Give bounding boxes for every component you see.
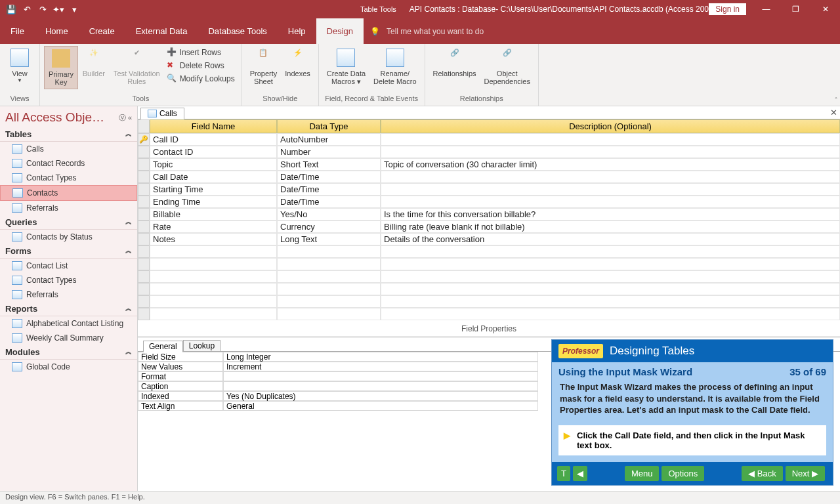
- nav-item[interactable]: Contacts: [0, 185, 137, 201]
- row-selector[interactable]: [138, 258, 150, 270]
- relationships-button[interactable]: 🔗Relationships: [429, 46, 480, 88]
- prop-tab-lookup[interactable]: Lookup: [183, 340, 220, 352]
- nav-section-queries[interactable]: Queries︽: [0, 215, 137, 230]
- description-cell[interactable]: Topic of conversation (30 character limi…: [381, 158, 840, 171]
- tutorial-toc-button[interactable]: T: [557, 466, 570, 481]
- tab-calls[interactable]: Calls: [140, 108, 184, 119]
- tutorial-menu-button[interactable]: Menu: [625, 466, 660, 481]
- row-selector[interactable]: [138, 220, 150, 233]
- description-cell[interactable]: [381, 283, 840, 295]
- tutorial-back-button[interactable]: ◀ Back: [742, 466, 783, 481]
- data-type-cell[interactable]: Date/Time: [277, 171, 381, 183]
- test-validation-button[interactable]: ✔Test Validation Rules: [110, 46, 164, 89]
- field-name-cell[interactable]: Contact ID: [150, 146, 277, 158]
- tutorial-next-button[interactable]: Next ▶: [786, 466, 825, 481]
- view-button[interactable]: View▼: [4, 46, 35, 86]
- row-selector[interactable]: [138, 245, 150, 258]
- tutorial-rewind-button[interactable]: ◀: [573, 466, 587, 481]
- table-design-grid[interactable]: Field NameData TypeDescription (Optional…: [138, 119, 840, 320]
- data-type-cell[interactable]: [277, 308, 381, 320]
- object-dependencies-button[interactable]: 🔗Object Dependencies: [480, 46, 534, 88]
- tab-database-tools[interactable]: Database Tools: [198, 18, 277, 44]
- prop-value[interactable]: General: [223, 401, 538, 411]
- insert-rows-button[interactable]: ➕Insert Rows: [164, 46, 238, 59]
- row-selector[interactable]: [138, 146, 150, 158]
- field-name-cell[interactable]: [150, 308, 277, 320]
- description-cell[interactable]: [381, 171, 840, 183]
- field-name-cell[interactable]: Topic: [150, 158, 277, 171]
- create-data-macros-button[interactable]: Create Data Macros ▾: [323, 46, 369, 89]
- rename-delete-macro-button[interactable]: Rename/ Delete Macro: [369, 46, 420, 89]
- description-cell[interactable]: [381, 146, 840, 158]
- data-type-cell[interactable]: Long Text: [277, 233, 381, 245]
- data-type-cell[interactable]: [277, 295, 381, 308]
- description-cell[interactable]: Is the time for this conversation billab…: [381, 208, 840, 220]
- field-name-cell[interactable]: Call ID: [150, 133, 277, 146]
- data-type-cell[interactable]: Currency: [277, 220, 381, 233]
- tab-external-data[interactable]: External Data: [125, 18, 198, 44]
- nav-item[interactable]: Contact List: [0, 259, 137, 273]
- tab-create[interactable]: Create: [79, 18, 125, 44]
- touch-mode-icon[interactable]: ✦▾: [51, 2, 66, 16]
- row-selector[interactable]: [138, 183, 150, 196]
- field-name-cell[interactable]: [150, 258, 277, 270]
- description-cell[interactable]: [381, 258, 840, 270]
- nav-item[interactable]: Contact Types: [0, 171, 137, 185]
- minimize-icon[interactable]: —: [751, 0, 781, 18]
- nav-item[interactable]: Alphabetical Contact Listing: [0, 316, 137, 331]
- prop-value[interactable]: Increment: [223, 362, 538, 371]
- col-description[interactable]: Description (Optional): [381, 119, 840, 133]
- close-icon[interactable]: ✕: [810, 0, 840, 18]
- prop-value[interactable]: [223, 371, 538, 381]
- row-selector[interactable]: [138, 158, 150, 171]
- description-cell[interactable]: Billing rate (leave blank if not billabl…: [381, 220, 840, 233]
- tab-design[interactable]: Design: [316, 18, 364, 44]
- data-type-cell[interactable]: Yes/No: [277, 208, 381, 220]
- primary-key-button[interactable]: Primary Key: [44, 46, 78, 89]
- property-sheet-button[interactable]: 📋Property Sheet: [246, 46, 282, 88]
- description-cell[interactable]: [381, 245, 840, 258]
- field-name-cell[interactable]: Billable: [150, 208, 277, 220]
- nav-section-tables[interactable]: Tables︽: [0, 127, 137, 142]
- prop-value[interactable]: [223, 381, 538, 391]
- nav-section-reports[interactable]: Reports︽: [0, 302, 137, 316]
- prop-value[interactable]: Yes (No Duplicates): [223, 391, 538, 401]
- row-selector[interactable]: [138, 233, 150, 245]
- save-icon[interactable]: 💾: [4, 2, 18, 16]
- qat-customize-icon[interactable]: ▾: [67, 2, 81, 16]
- field-name-cell[interactable]: [150, 283, 277, 295]
- field-name-cell[interactable]: Rate: [150, 220, 277, 233]
- data-type-cell[interactable]: [277, 245, 381, 258]
- nav-pane-header[interactable]: All Access Obje… ⓥ «: [0, 106, 137, 127]
- restore-icon[interactable]: ❐: [781, 0, 810, 18]
- field-name-cell[interactable]: Call Date: [150, 171, 277, 183]
- description-cell[interactable]: Details of the conversation: [381, 233, 840, 245]
- indexes-button[interactable]: ⚡Indexes: [281, 46, 314, 88]
- tell-me-search[interactable]: 💡 Tell me what you want to do: [364, 18, 490, 44]
- field-name-cell[interactable]: Notes: [150, 233, 277, 245]
- description-cell[interactable]: [381, 270, 840, 283]
- nav-section-forms[interactable]: Forms︽: [0, 244, 137, 259]
- nav-item[interactable]: Contact Types: [0, 273, 137, 287]
- nav-collapse-icon[interactable]: «: [128, 114, 132, 121]
- nav-item[interactable]: Weekly Call Summary: [0, 331, 137, 345]
- row-selector[interactable]: [138, 270, 150, 283]
- field-name-cell[interactable]: Starting Time: [150, 183, 277, 196]
- nav-dropdown-icon[interactable]: ⓥ: [119, 114, 126, 121]
- redo-icon[interactable]: ↷: [35, 2, 50, 16]
- tab-file[interactable]: File: [0, 18, 35, 44]
- signin-button[interactable]: Sign in: [709, 3, 746, 15]
- data-type-cell[interactable]: Number: [277, 146, 381, 158]
- nav-item[interactable]: Referrals: [0, 201, 137, 215]
- data-type-cell[interactable]: AutoNumber: [277, 133, 381, 146]
- modify-lookups-button[interactable]: 🔍Modify Lookups: [164, 72, 238, 85]
- nav-item[interactable]: Contacts by Status: [0, 230, 137, 244]
- tab-help[interactable]: Help: [278, 18, 316, 44]
- description-cell[interactable]: [381, 133, 840, 146]
- row-selector[interactable]: [138, 295, 150, 308]
- collapse-ribbon-icon[interactable]: ˆ: [835, 96, 837, 104]
- row-selector[interactable]: [138, 308, 150, 320]
- row-selector[interactable]: [138, 283, 150, 295]
- row-selector[interactable]: [138, 171, 150, 183]
- nav-item[interactable]: Referrals: [0, 287, 137, 302]
